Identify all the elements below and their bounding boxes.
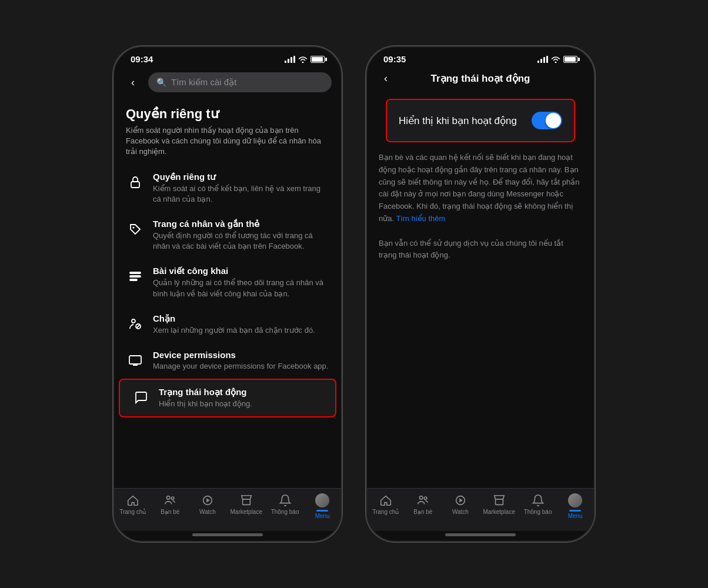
- menu-text-device-permissions: Device permissions Manage your device pe…: [153, 350, 329, 372]
- menu-item-public-posts[interactable]: Bài viết công khai Quản lý những ai có t…: [114, 259, 341, 306]
- tab-friends-left[interactable]: Bạn bè: [155, 493, 185, 515]
- monitor-icon: [126, 351, 145, 370]
- svg-rect-3: [130, 276, 141, 277]
- notifications-tab-icon: [278, 493, 292, 507]
- lock-icon: [126, 173, 145, 192]
- menu-item-active-status[interactable]: Trạng thái hoạt động Hiển thị khi bạn ho…: [119, 379, 336, 417]
- wifi-icon: [298, 56, 308, 63]
- toggle-label: Hiển thị khi bạn hoạt động: [399, 115, 517, 127]
- menu-item-title-active-status: Trạng thái hoạt động: [159, 387, 323, 397]
- tab-watch-right[interactable]: Watch: [446, 493, 475, 515]
- list-icon: [126, 267, 145, 286]
- marketplace-tab-label-right: Marketplace: [483, 509, 515, 515]
- battery-icon: [310, 56, 325, 63]
- svg-rect-4: [130, 279, 137, 280]
- marketplace-tab-label: Marketplace: [231, 509, 262, 515]
- status-time-right: 09:35: [383, 54, 406, 64]
- friends-tab-icon: [163, 493, 177, 507]
- menu-item-desc-public-posts: Quản lý những ai có thể theo dõi trang c…: [153, 278, 329, 299]
- tab-home-right[interactable]: Trang chủ: [371, 493, 400, 515]
- home-bar-left: [192, 533, 263, 536]
- activity-toggle-row: Hiển thị khi bạn hoạt động: [386, 99, 575, 142]
- friends-tab-label: Bạn bè: [161, 509, 179, 515]
- activity-toggle[interactable]: [532, 112, 562, 129]
- page-title: Trạng thái hoạt động: [431, 72, 530, 85]
- svg-point-9: [167, 496, 171, 500]
- tab-notifications-right[interactable]: Thông báo: [523, 493, 553, 515]
- watch-tab-label-right: Watch: [452, 509, 469, 515]
- marketplace-tab-icon-right: [492, 493, 506, 507]
- tab-active-indicator-right: [569, 510, 581, 512]
- home-tab-icon: [126, 493, 140, 507]
- svg-marker-12: [206, 498, 210, 502]
- svg-rect-0: [131, 182, 139, 188]
- page-title-header: ‹ Trạng thái hoạt động: [367, 68, 594, 89]
- menu-avatar-left: [315, 493, 329, 507]
- signal-icon: [285, 56, 295, 63]
- svg-rect-8: [129, 356, 141, 364]
- menu-text-profile-tag: Trang cá nhân và gắn thẻ Quyết định ngườ…: [153, 219, 329, 252]
- menu-item-privacy[interactable]: Quyền riêng tư Kiểm soát ai có thể kết b…: [114, 165, 341, 212]
- marketplace-tab-icon: [239, 493, 253, 507]
- menu-item-block[interactable]: Chặn Xem lại những người mà bạn đã chặn …: [114, 306, 341, 343]
- tab-marketplace-right[interactable]: Marketplace: [483, 493, 515, 515]
- description-text-1: Bạn bè và các quan hệ kết nối sẽ biết kh…: [379, 152, 582, 225]
- back-button-left[interactable]: ‹: [123, 73, 142, 92]
- menu-text-active-status: Trạng thái hoạt động Hiển thị khi bạn ho…: [159, 387, 323, 409]
- tag-icon: [126, 220, 145, 239]
- notifications-tab-label: Thông báo: [271, 509, 299, 515]
- menu-text-public-posts: Bài viết công khai Quản lý những ai có t…: [153, 266, 329, 299]
- menu-item-desc-active-status: Hiển thị khi bạn hoạt động.: [159, 399, 323, 409]
- search-icon: 🔍: [156, 78, 166, 87]
- search-placeholder: Tìm kiếm cài đặt: [171, 77, 236, 88]
- menu-item-title-device: Device permissions: [153, 350, 329, 360]
- search-bar[interactable]: 🔍 Tìm kiếm cài đặt: [148, 72, 332, 92]
- scroll-area-right[interactable]: Hiển thị khi bạn hoạt động 2 Bạn bè và c…: [367, 89, 594, 488]
- menu-text-block: Chặn Xem lại những người mà bạn đã chặn …: [153, 313, 329, 336]
- menu-item-profile-tag[interactable]: Trang cá nhân và gắn thẻ Quyết định ngườ…: [114, 212, 341, 259]
- tab-marketplace-left[interactable]: Marketplace: [231, 493, 262, 515]
- phone-right: 09:35 ‹ Trạng thái hoạt động: [366, 46, 595, 542]
- battery-icon-right: [563, 56, 577, 63]
- notifications-tab-label-right: Thông báo: [524, 509, 552, 515]
- nav-header-left: ‹ 🔍 Tìm kiếm cài đặt: [114, 68, 341, 97]
- scroll-area-left[interactable]: Quyền riêng tư Kiểm soát người nhìn thấy…: [114, 97, 341, 488]
- watch-tab-icon: [201, 493, 215, 507]
- svg-point-1: [133, 226, 135, 228]
- menu-item-title-public-posts: Bài viết công khai: [153, 266, 329, 276]
- svg-marker-16: [459, 498, 463, 502]
- back-button-right[interactable]: ‹: [376, 69, 395, 88]
- menu-item-desc-device: Manage your device permissions for Faceb…: [153, 361, 329, 372]
- svg-point-14: [425, 497, 428, 500]
- menu-list: Quyền riêng tư Kiểm soát ai có thể kết b…: [114, 160, 341, 423]
- tab-watch-left[interactable]: Watch: [193, 493, 222, 515]
- svg-rect-2: [130, 272, 141, 273]
- menu-tab-label-right: Menu: [568, 513, 583, 519]
- tab-menu-left[interactable]: Menu: [308, 493, 337, 519]
- menu-item-desc-block: Xem lại những người mà bạn đã chặn trước…: [153, 325, 329, 336]
- status-bar-right: 09:35: [367, 47, 594, 68]
- tab-menu-right[interactable]: Menu: [560, 493, 590, 519]
- menu-text-privacy: Quyền riêng tư Kiểm soát ai có thể kết b…: [153, 172, 329, 205]
- home-tab-label-right: Trang chủ: [372, 509, 399, 515]
- friends-tab-label-right: Bạn bè: [413, 509, 432, 515]
- svg-point-10: [172, 497, 175, 500]
- learn-more-link[interactable]: Tìm hiểu thêm: [396, 214, 445, 223]
- menu-tab-label-left: Menu: [315, 513, 330, 519]
- tab-friends-right[interactable]: Bạn bè: [408, 493, 438, 515]
- home-bar-right: [445, 533, 516, 536]
- activity-description: Bạn bè và các quan hệ kết nối sẽ biết kh…: [367, 152, 594, 271]
- status-bar-left: 09:34: [114, 47, 341, 68]
- signal-icon-right: [537, 56, 548, 63]
- tab-active-indicator-left: [316, 510, 328, 512]
- menu-avatar-right: [568, 493, 582, 507]
- wifi-icon-right: [551, 56, 560, 63]
- tab-home-left[interactable]: Trang chủ: [118, 493, 148, 515]
- status-icons-right: [537, 56, 577, 63]
- tab-notifications-left[interactable]: Thông báo: [270, 493, 300, 515]
- description-text-2: Bạn vẫn có thể sử dụng dịch vụ của chúng…: [379, 238, 582, 262]
- menu-item-device-permissions[interactable]: Device permissions Manage your device pe…: [114, 343, 341, 379]
- svg-point-5: [132, 319, 135, 323]
- section-heading: Quyền riêng tư Kiểm soát người nhìn thấy…: [114, 97, 341, 160]
- person-block-icon: [126, 315, 145, 333]
